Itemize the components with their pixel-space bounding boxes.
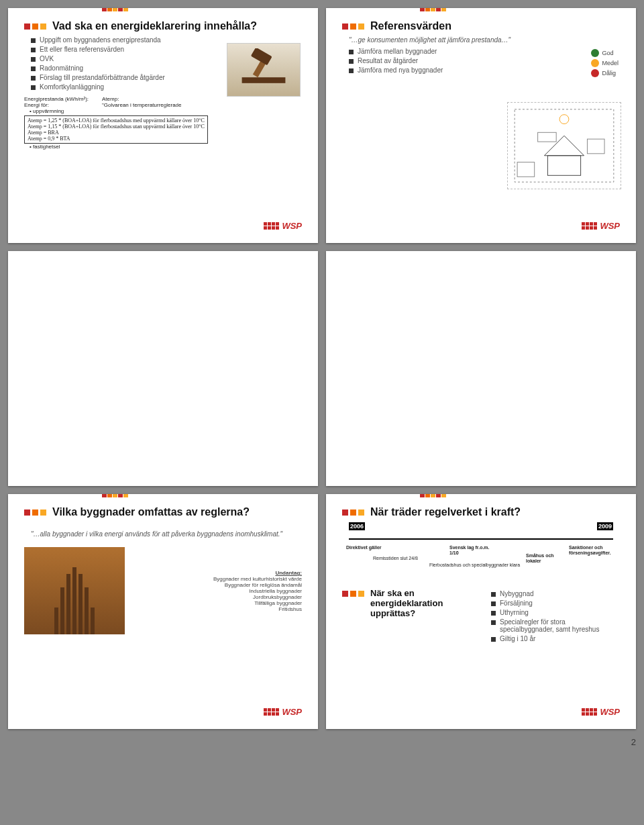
formula: Atemp = BRA <box>28 130 205 136</box>
energy-details: Energiprestanda (kWh/m²): Energi för: • … <box>24 96 302 150</box>
bullet: Förslag till prestandaförbättrande åtgär… <box>40 74 165 81</box>
tl-sanktioner: Sanktioner och förseningsavgifter. <box>569 545 616 555</box>
title-text: Referensvärden <box>370 20 451 32</box>
slide-3-blank <box>8 251 318 486</box>
svg-rect-0 <box>242 77 286 83</box>
svg-rect-9 <box>517 162 535 177</box>
slide-title: Referensvärden <box>342 20 620 32</box>
formula: Atemp = 0,9 * BTA <box>28 136 205 142</box>
sagrada-image <box>24 547 125 634</box>
tl-direktivet: Direktivet gäller <box>346 545 382 550</box>
bullet: Jämföra mellan byggnader <box>358 48 437 55</box>
label: Energi för: <box>24 102 89 108</box>
slide-4-blank <box>326 251 636 486</box>
svg-point-6 <box>559 115 569 124</box>
building-diagram <box>507 102 621 189</box>
tl-svensk: Svensk lag fr.o.m. 1/10 <box>449 545 490 555</box>
slide-5: Vilka byggnader omfattas av reglerna? "…… <box>8 494 318 729</box>
logo-text: WSP <box>282 707 302 717</box>
slide-1: Vad ska en energideklarering innehålla? … <box>8 8 318 243</box>
rating-bad: Dålig <box>602 70 616 77</box>
body-quote: "…alla byggnader i vilka energi används … <box>31 530 302 538</box>
item: fastighetsel <box>33 144 60 150</box>
bullet: Resultat av åtgärder <box>358 57 418 64</box>
year-start: 2006 <box>349 522 365 530</box>
exception: Fritidshus <box>136 606 302 612</box>
exception: Tillfälliga byggnader <box>136 600 302 606</box>
slide-2: Referensvärden "…ge konsumenten möjlighe… <box>326 8 636 243</box>
bullet: Försäljning <box>500 599 533 607</box>
svg-rect-7 <box>538 132 557 142</box>
quote: "…ge konsumenten möjlighet att jämföra p… <box>349 36 620 44</box>
tl-smahus: Småhus och lokaler <box>526 553 559 563</box>
bullet: Specialregler för stora specialbyggnader… <box>500 618 620 633</box>
bullet: Uppgift om byggnadens energiprestanda <box>40 36 161 44</box>
gavel-image <box>227 43 301 97</box>
title-text: Vad ska en energideklarering innehålla? <box>52 20 257 32</box>
title-text: När träder regelverket i kraft? <box>370 506 521 518</box>
wsp-logo: WSP <box>264 707 302 717</box>
slide-6: När träder regelverket i kraft? 2006 200… <box>326 494 636 729</box>
exception: Byggnader för religiösa ändamål <box>136 582 302 588</box>
svg-rect-5 <box>547 156 580 176</box>
formula-box: Atemp = 1,25 * (BOA+LOA) för flerbostads… <box>24 115 208 144</box>
bullet: OVK <box>40 55 54 62</box>
slide-title: Vad ska en energideklarering innehålla? <box>24 20 302 32</box>
formula: Atemp = 1,15 * (BOA+LOA) för flerbostads… <box>28 124 205 130</box>
subtitle-text: När ska en energideklaration upprättas? <box>370 588 478 618</box>
page-number: 2 <box>8 737 636 747</box>
slide-title: Vilka byggnader omfattas av reglerna? <box>24 506 302 518</box>
svg-rect-8 <box>587 139 604 154</box>
wsp-logo: WSP <box>582 707 620 717</box>
tl-remiss: Remisstiden slut 24/8 <box>373 556 418 561</box>
label: Atemp: <box>102 96 181 102</box>
bullet: Giltig i 10 år <box>500 635 535 642</box>
exceptions-heading: Undantag: <box>136 570 302 576</box>
wsp-logo: WSP <box>582 221 620 231</box>
logo-text: WSP <box>600 707 620 717</box>
svg-marker-4 <box>544 136 584 156</box>
slide-title: När träder regelverket i kraft? <box>342 506 620 518</box>
exception: Industriella byggnader <box>136 588 302 594</box>
logo-text: WSP <box>282 221 302 231</box>
year-end: 2009 <box>597 522 613 530</box>
exception: Byggnader med kulturhistoriskt värde <box>136 576 302 582</box>
rating-good: God <box>602 50 613 56</box>
rating-medium: Medel <box>602 60 619 66</box>
bullet: Uthyrning <box>500 609 529 616</box>
svg-rect-3 <box>515 109 614 182</box>
rating-legend: God Medel Dålig <box>591 47 619 79</box>
label: Energiprestanda (kWh/m²): <box>24 96 89 102</box>
subtitle: När ska en energideklaration upprättas? <box>342 588 478 618</box>
timeline: 2006 2009 Direktivet gäller Remisstiden … <box>342 522 620 583</box>
tl-klara: Flerbostadshus och specialbyggnader klar… <box>429 563 530 568</box>
formula: Atemp = 1,25 * (BOA+LOA) för flerbostads… <box>28 117 205 124</box>
item: uppvärmning <box>33 108 64 114</box>
bullet: Nybyggnad <box>500 590 534 597</box>
bullet: Ett eller flera referensvärden <box>40 46 124 53</box>
bullet: Jämföra med nya byggnader <box>358 66 443 74</box>
bullet: Radonmätning <box>40 64 83 72</box>
wsp-logo: WSP <box>264 221 302 231</box>
bullet: Komfortkylanläggning <box>40 83 104 91</box>
title-text: Vilka byggnader omfattas av reglerna? <box>52 506 250 518</box>
logo-text: WSP <box>600 221 620 231</box>
label: "Golvarean i temperaturreglerade <box>102 102 181 108</box>
exception: Jordbruksbyggnader <box>136 594 302 600</box>
